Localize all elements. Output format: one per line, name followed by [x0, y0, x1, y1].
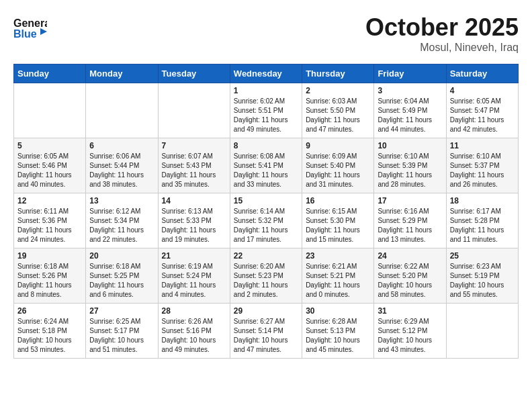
day-number: 17 [378, 196, 442, 205]
day-info: Sunrise: 6:18 AM Sunset: 5:25 PM Dayligh… [89, 262, 154, 300]
calendar-cell: 1Sunrise: 6:02 AM Sunset: 5:51 PM Daylig… [230, 83, 302, 138]
page-container: General Blue October 2025 Mosul, Nineveh… [0, 0, 532, 365]
calendar-cell: 24Sunrise: 6:22 AM Sunset: 5:20 PM Dayli… [374, 248, 446, 304]
calendar-cell: 6Sunrise: 6:06 AM Sunset: 5:44 PM Daylig… [86, 138, 158, 193]
day-info: Sunrise: 6:02 AM Sunset: 5:51 PM Dayligh… [234, 97, 298, 134]
header: General Blue October 2025 Mosul, Nineveh… [13, 13, 519, 54]
day-info: Sunrise: 6:27 AM Sunset: 5:14 PM Dayligh… [234, 317, 298, 355]
calendar-cell: 11Sunrise: 6:10 AM Sunset: 5:37 PM Dayli… [446, 138, 518, 193]
day-info: Sunrise: 6:23 AM Sunset: 5:19 PM Dayligh… [450, 262, 515, 300]
day-info: Sunrise: 6:03 AM Sunset: 5:50 PM Dayligh… [306, 97, 370, 134]
day-number: 2 [306, 86, 370, 95]
day-info: Sunrise: 6:05 AM Sunset: 5:47 PM Dayligh… [450, 97, 515, 134]
day-info: Sunrise: 6:14 AM Sunset: 5:32 PM Dayligh… [234, 207, 298, 244]
day-number: 18 [450, 196, 515, 205]
calendar-cell: 17Sunrise: 6:16 AM Sunset: 5:29 PM Dayli… [374, 193, 446, 248]
week-row-4: 19Sunrise: 6:18 AM Sunset: 5:26 PM Dayli… [14, 248, 519, 304]
day-number: 8 [234, 141, 298, 150]
day-info: Sunrise: 6:04 AM Sunset: 5:49 PM Dayligh… [378, 97, 442, 134]
calendar-cell: 12Sunrise: 6:11 AM Sunset: 5:36 PM Dayli… [14, 193, 86, 248]
day-number: 6 [89, 141, 154, 150]
location: Mosul, Nineveh, Iraq [365, 42, 519, 54]
day-info: Sunrise: 6:28 AM Sunset: 5:13 PM Dayligh… [306, 317, 370, 355]
day-number: 5 [17, 141, 82, 150]
day-number: 24 [378, 251, 442, 261]
day-number: 15 [234, 196, 298, 205]
day-number: 19 [17, 251, 82, 261]
week-row-5: 26Sunrise: 6:24 AM Sunset: 5:18 PM Dayli… [14, 304, 519, 359]
day-number: 21 [162, 251, 226, 261]
calendar-table: SundayMondayTuesdayWednesdayThursdayFrid… [13, 64, 519, 359]
day-number: 4 [450, 86, 515, 95]
day-info: Sunrise: 6:20 AM Sunset: 5:23 PM Dayligh… [234, 262, 298, 300]
day-number: 29 [234, 306, 298, 316]
calendar-cell: 10Sunrise: 6:10 AM Sunset: 5:39 PM Dayli… [374, 138, 446, 193]
day-number: 16 [306, 196, 370, 205]
day-info: Sunrise: 6:15 AM Sunset: 5:30 PM Dayligh… [306, 207, 370, 244]
calendar-cell: 20Sunrise: 6:18 AM Sunset: 5:25 PM Dayli… [86, 248, 158, 304]
calendar-cell: 22Sunrise: 6:20 AM Sunset: 5:23 PM Dayli… [230, 248, 302, 304]
calendar-cell: 8Sunrise: 6:08 AM Sunset: 5:41 PM Daylig… [230, 138, 302, 193]
day-info: Sunrise: 6:22 AM Sunset: 5:20 PM Dayligh… [378, 262, 442, 300]
logo: General Blue [13, 13, 47, 46]
calendar-cell: 14Sunrise: 6:13 AM Sunset: 5:33 PM Dayli… [158, 193, 230, 248]
calendar-cell: 21Sunrise: 6:19 AM Sunset: 5:24 PM Dayli… [158, 248, 230, 304]
day-info: Sunrise: 6:06 AM Sunset: 5:44 PM Dayligh… [89, 152, 154, 189]
day-number: 31 [378, 306, 442, 316]
day-header-thursday: Thursday [302, 64, 374, 83]
calendar-cell: 2Sunrise: 6:03 AM Sunset: 5:50 PM Daylig… [302, 83, 374, 138]
calendar-cell [14, 83, 86, 138]
day-info: Sunrise: 6:05 AM Sunset: 5:46 PM Dayligh… [17, 152, 82, 189]
svg-text:General: General [13, 17, 47, 29]
day-number: 11 [450, 141, 515, 150]
day-number: 10 [378, 141, 442, 150]
calendar-cell: 26Sunrise: 6:24 AM Sunset: 5:18 PM Dayli… [14, 304, 86, 359]
calendar-cell: 28Sunrise: 6:26 AM Sunset: 5:16 PM Dayli… [158, 304, 230, 359]
calendar-cell: 7Sunrise: 6:07 AM Sunset: 5:43 PM Daylig… [158, 138, 230, 193]
day-header-row: SundayMondayTuesdayWednesdayThursdayFrid… [14, 64, 519, 83]
day-number: 22 [234, 251, 298, 261]
calendar-cell: 19Sunrise: 6:18 AM Sunset: 5:26 PM Dayli… [14, 248, 86, 304]
day-info: Sunrise: 6:13 AM Sunset: 5:33 PM Dayligh… [162, 207, 226, 244]
svg-marker-2 [40, 28, 47, 35]
calendar-cell: 31Sunrise: 6:29 AM Sunset: 5:12 PM Dayli… [374, 304, 446, 359]
day-info: Sunrise: 6:24 AM Sunset: 5:18 PM Dayligh… [17, 317, 82, 355]
calendar-cell [158, 83, 230, 138]
day-header-sunday: Sunday [14, 64, 86, 83]
calendar-cell: 30Sunrise: 6:28 AM Sunset: 5:13 PM Dayli… [302, 304, 374, 359]
day-number: 26 [17, 306, 82, 316]
calendar-cell: 25Sunrise: 6:23 AM Sunset: 5:19 PM Dayli… [446, 248, 518, 304]
day-number: 23 [306, 251, 370, 261]
day-number: 27 [89, 306, 154, 316]
calendar-cell: 13Sunrise: 6:12 AM Sunset: 5:34 PM Dayli… [86, 193, 158, 248]
day-info: Sunrise: 6:25 AM Sunset: 5:17 PM Dayligh… [89, 317, 154, 355]
day-info: Sunrise: 6:18 AM Sunset: 5:26 PM Dayligh… [17, 262, 82, 300]
month-title: October 2025 [365, 13, 519, 42]
day-number: 13 [89, 196, 154, 205]
svg-text:Blue: Blue [13, 28, 37, 40]
calendar-cell: 9Sunrise: 6:09 AM Sunset: 5:40 PM Daylig… [302, 138, 374, 193]
day-info: Sunrise: 6:29 AM Sunset: 5:12 PM Dayligh… [378, 317, 442, 355]
day-number: 25 [450, 251, 515, 261]
calendar-cell: 4Sunrise: 6:05 AM Sunset: 5:47 PM Daylig… [446, 83, 518, 138]
day-header-friday: Friday [374, 64, 446, 83]
day-number: 28 [162, 306, 226, 316]
day-info: Sunrise: 6:12 AM Sunset: 5:34 PM Dayligh… [89, 207, 154, 244]
day-info: Sunrise: 6:08 AM Sunset: 5:41 PM Dayligh… [234, 152, 298, 189]
day-info: Sunrise: 6:26 AM Sunset: 5:16 PM Dayligh… [162, 317, 226, 355]
day-header-wednesday: Wednesday [230, 64, 302, 83]
day-info: Sunrise: 6:11 AM Sunset: 5:36 PM Dayligh… [17, 207, 82, 244]
calendar-cell: 23Sunrise: 6:21 AM Sunset: 5:21 PM Dayli… [302, 248, 374, 304]
day-number: 14 [162, 196, 226, 205]
calendar-cell: 15Sunrise: 6:14 AM Sunset: 5:32 PM Dayli… [230, 193, 302, 248]
day-header-tuesday: Tuesday [158, 64, 230, 83]
week-row-2: 5Sunrise: 6:05 AM Sunset: 5:46 PM Daylig… [14, 138, 519, 193]
day-number: 30 [306, 306, 370, 316]
day-info: Sunrise: 6:10 AM Sunset: 5:39 PM Dayligh… [378, 152, 442, 189]
day-number: 12 [17, 196, 82, 205]
calendar-cell: 27Sunrise: 6:25 AM Sunset: 5:17 PM Dayli… [86, 304, 158, 359]
day-info: Sunrise: 6:19 AM Sunset: 5:24 PM Dayligh… [162, 262, 226, 300]
day-header-monday: Monday [86, 64, 158, 83]
day-number: 1 [234, 86, 298, 95]
week-row-3: 12Sunrise: 6:11 AM Sunset: 5:36 PM Dayli… [14, 193, 519, 248]
